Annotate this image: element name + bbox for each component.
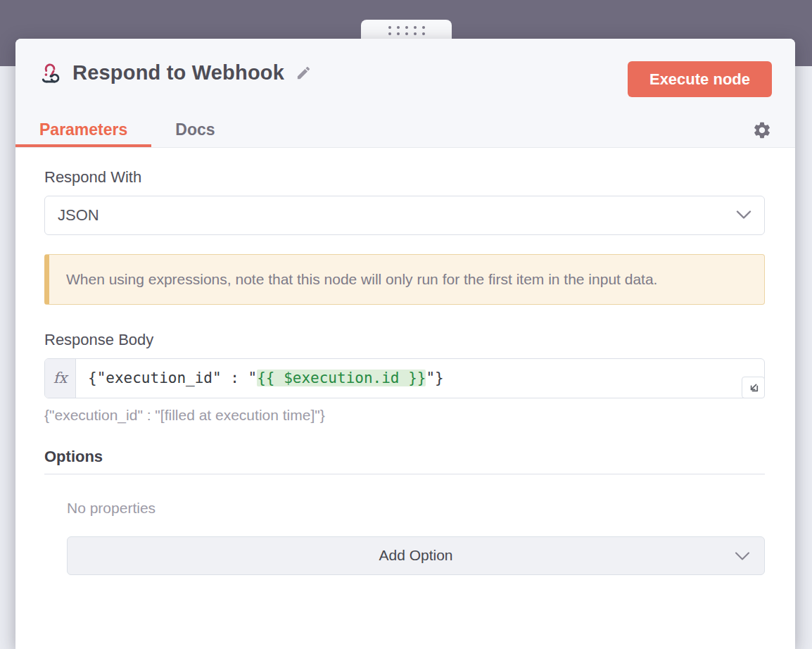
- webhook-icon: [39, 62, 63, 84]
- execute-node-button[interactable]: Execute node: [628, 61, 772, 97]
- tab-bar: Parameters Docs: [15, 112, 239, 147]
- gear-icon[interactable]: [752, 120, 772, 140]
- respond-with-value: JSON: [58, 206, 99, 225]
- respond-with-label: Respond With: [44, 168, 765, 187]
- response-body-label: Response Body: [44, 331, 765, 349]
- response-body-code[interactable]: {"execution_id" : "{{ $execution.id }}"}: [76, 359, 764, 398]
- response-body-input[interactable]: fx {"execution_id" : "{{ $execution.id }…: [44, 358, 765, 398]
- response-body-hint: {"execution_id" : "[filled at execution …: [44, 407, 765, 424]
- fx-badge: fx: [45, 359, 76, 398]
- expressions-notice: When using expressions, note that this n…: [44, 254, 765, 305]
- options-heading: Options: [44, 448, 765, 474]
- chevron-down-icon: [736, 209, 751, 222]
- panel-header: Respond to Webhook Execute node Paramete…: [15, 39, 795, 148]
- parameters-panel: Respond With JSON When using expressions…: [15, 148, 795, 603]
- node-title: Respond to Webhook: [72, 61, 284, 84]
- options-empty-text: No properties: [67, 500, 765, 517]
- expand-icon[interactable]: [742, 377, 765, 398]
- node-title-row: Respond to Webhook: [39, 61, 312, 84]
- pencil-icon[interactable]: [296, 65, 312, 82]
- chevron-down-icon: [735, 547, 750, 564]
- respond-with-select[interactable]: JSON: [44, 196, 765, 235]
- tab-parameters[interactable]: Parameters: [15, 112, 151, 147]
- add-option-button[interactable]: Add Option: [67, 536, 765, 575]
- tab-docs[interactable]: Docs: [151, 112, 239, 147]
- drag-handle-dots: [388, 26, 425, 35]
- node-settings-panel: Respond to Webhook Execute node Paramete…: [15, 39, 795, 649]
- expression-highlight: {{ $execution.id }}: [257, 370, 426, 386]
